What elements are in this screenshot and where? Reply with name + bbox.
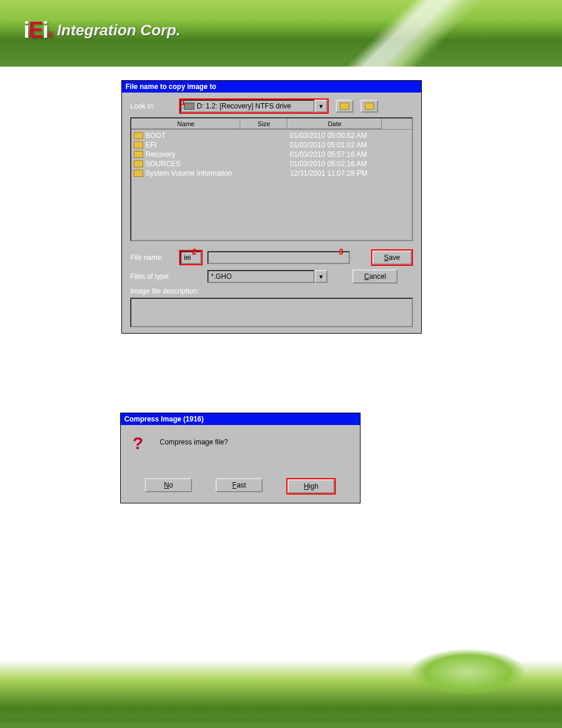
file-name-input-rest[interactable]: [207, 251, 350, 264]
folder-icon: [134, 132, 143, 139]
logo-text: Integration Corp.: [57, 21, 180, 39]
compress-question: Compress image file?: [160, 436, 228, 446]
col-date[interactable]: Date: [287, 118, 382, 129]
dialog-title: Compress Image (1916): [121, 413, 360, 425]
dialog-title: File name to copy image to: [122, 81, 421, 93]
col-size[interactable]: Size: [240, 118, 287, 129]
new-folder-button[interactable]: [361, 100, 378, 113]
callout-2: 2: [192, 247, 197, 256]
dropdown-button[interactable]: ▼: [315, 100, 328, 113]
file-list[interactable]: Name Size Date BOOT01/03/2010 05:00:52 A…: [130, 117, 413, 241]
list-item[interactable]: Recovery01/03/2010 05:57:16 AM: [133, 150, 411, 159]
col-name[interactable]: Name: [131, 118, 240, 129]
files-type-dropdown[interactable]: *.GHO: [207, 270, 315, 283]
files-type-label: Files of type:: [130, 272, 174, 281]
folder-icon: [134, 151, 143, 158]
question-icon: [131, 436, 150, 454]
list-item[interactable]: SOURCES01/03/2010 05:02:16 AM: [133, 159, 411, 169]
folder-icon: [134, 160, 143, 167]
list-item[interactable]: System Volume Information12/31/2001 11:0…: [133, 169, 411, 178]
save-image-dialog: File name to copy image to Look in: 1 D:…: [121, 80, 422, 334]
look-in-value: D: 1.2: [Recovery] NTFS drive: [197, 102, 291, 110]
look-in-dropdown[interactable]: D: 1.2: [Recovery] NTFS drive: [180, 100, 315, 113]
fast-button[interactable]: FastFast: [216, 478, 263, 492]
logo-iei: iEi®: [24, 18, 52, 43]
look-in-label: Look in:: [130, 102, 174, 110]
callout-3: 3: [339, 247, 343, 256]
save-button[interactable]: SSaveave: [372, 251, 412, 265]
logo: iEi® Integration Corp.: [24, 18, 180, 43]
dropdown-button[interactable]: ▼: [315, 270, 328, 283]
file-name-input[interactable]: [180, 251, 201, 264]
folder-icon: [134, 170, 143, 177]
compress-image-dialog: Compress Image (1916) Compress image fil…: [120, 413, 361, 503]
folder-icon: [134, 141, 143, 149]
top-banner: iEi® Integration Corp.: [0, 0, 562, 67]
up-folder-icon: [340, 103, 349, 110]
high-button[interactable]: HighHigh: [287, 479, 335, 493]
no-button[interactable]: NoNo: [145, 478, 192, 492]
description-label: Image file description:: [130, 287, 413, 295]
file-name-label: File name:: [130, 253, 174, 262]
bottom-banner: [0, 660, 562, 728]
file-list-header: Name Size Date: [131, 118, 412, 130]
new-folder-icon: [365, 103, 374, 110]
cancel-button[interactable]: CancelCancel: [352, 269, 398, 284]
up-folder-button[interactable]: [336, 100, 353, 113]
callout-1: 1: [181, 97, 186, 107]
list-item[interactable]: BOOT01/03/2010 05:00:52 AM: [133, 131, 411, 140]
description-input[interactable]: [130, 298, 413, 327]
list-item[interactable]: EFI01/03/2010 05:01:02 AM: [133, 140, 411, 150]
